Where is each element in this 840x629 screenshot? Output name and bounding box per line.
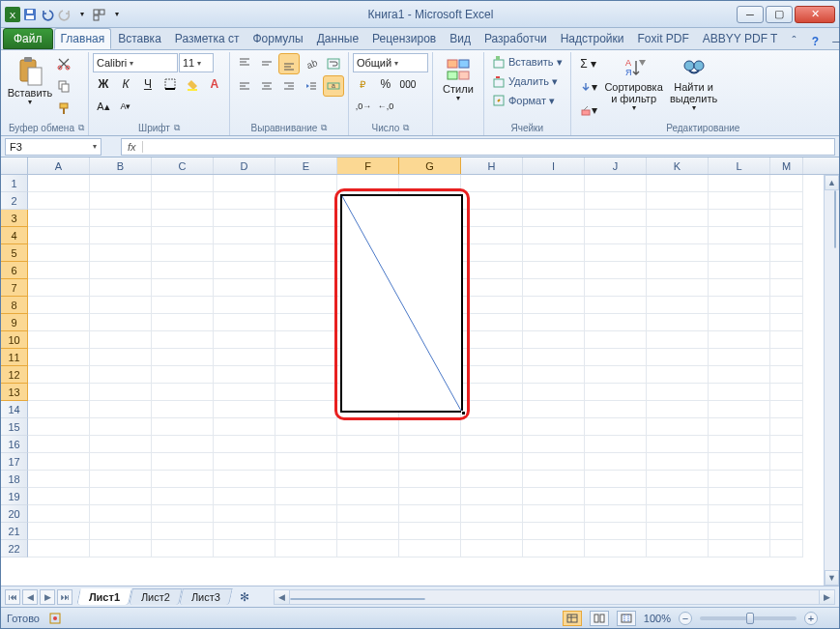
row-header[interactable]: 14: [1, 401, 28, 418]
row-header[interactable]: 11: [1, 349, 28, 366]
row-header[interactable]: 5: [1, 244, 28, 262]
cell[interactable]: [399, 279, 461, 297]
zoom-level[interactable]: 100%: [644, 613, 671, 624]
cell[interactable]: [709, 297, 770, 314]
cell[interactable]: [399, 227, 461, 244]
cell[interactable]: [709, 279, 770, 297]
sheet-tab[interactable]: Лист3: [179, 588, 233, 605]
cell[interactable]: [28, 540, 90, 558]
align-right-icon[interactable]: [278, 75, 300, 97]
formula-input[interactable]: fx: [121, 138, 835, 156]
align-middle-icon[interactable]: [256, 53, 277, 74]
fill-color-icon[interactable]: [182, 73, 203, 95]
cell[interactable]: [399, 505, 461, 523]
row-header[interactable]: 2: [1, 192, 28, 210]
cell[interactable]: [647, 436, 709, 453]
cell[interactable]: [585, 471, 647, 488]
row-header[interactable]: 7: [1, 279, 28, 297]
cell[interactable]: [152, 279, 214, 297]
cell[interactable]: [337, 314, 399, 331]
row-header[interactable]: 13: [1, 384, 28, 401]
fill-handle[interactable]: [461, 411, 466, 415]
cell[interactable]: [214, 384, 275, 401]
cell[interactable]: [214, 349, 275, 366]
clipboard-launcher-icon[interactable]: ⧉: [78, 123, 84, 133]
cell[interactable]: [90, 471, 152, 488]
cell[interactable]: [709, 523, 770, 540]
cell[interactable]: [28, 418, 90, 436]
cell[interactable]: [709, 488, 770, 505]
cell[interactable]: [28, 488, 90, 505]
cell[interactable]: [523, 227, 585, 244]
cell[interactable]: [275, 227, 337, 244]
cell[interactable]: [770, 418, 803, 436]
ribbon-tab-2[interactable]: Разметка ст: [168, 28, 246, 49]
cell[interactable]: [647, 453, 709, 471]
cell[interactable]: [770, 331, 803, 349]
cell[interactable]: [770, 279, 803, 297]
cell[interactable]: [337, 471, 399, 488]
cell[interactable]: [214, 279, 275, 297]
cell[interactable]: [28, 384, 90, 401]
cell[interactable]: [770, 384, 803, 401]
cell[interactable]: [152, 436, 214, 453]
decrease-decimal-icon[interactable]: ←,0: [375, 96, 396, 117]
cell[interactable]: [28, 210, 90, 227]
cell[interactable]: [90, 297, 152, 314]
cell[interactable]: [152, 331, 214, 349]
cell[interactable]: [523, 505, 585, 523]
cell[interactable]: [337, 540, 399, 558]
cell[interactable]: [337, 436, 399, 453]
cell[interactable]: [523, 314, 585, 331]
cell[interactable]: [770, 453, 803, 471]
cell[interactable]: [523, 210, 585, 227]
cell[interactable]: [461, 505, 523, 523]
cell[interactable]: [709, 244, 770, 262]
cell[interactable]: [461, 262, 523, 279]
autosum-icon[interactable]: Σ ▾: [575, 53, 602, 74]
cell[interactable]: [523, 540, 585, 558]
row-header[interactable]: 10: [1, 331, 28, 349]
cell[interactable]: [152, 314, 214, 331]
cell[interactable]: [275, 540, 337, 558]
cell[interactable]: [585, 279, 647, 297]
cell[interactable]: [90, 279, 152, 297]
column-header[interactable]: G: [399, 157, 461, 174]
page-layout-view-icon[interactable]: [590, 611, 609, 626]
ribbon-tab-3[interactable]: Формулы: [246, 28, 310, 49]
cell[interactable]: [770, 488, 803, 505]
cell[interactable]: [461, 366, 523, 384]
cell[interactable]: [28, 471, 90, 488]
cell[interactable]: [709, 540, 770, 558]
ribbon-tab-7[interactable]: Разработчи: [478, 28, 554, 49]
find-select-button[interactable]: Найти и выделить▾: [666, 53, 722, 116]
insert-cells-button[interactable]: Вставить ▾: [488, 53, 566, 71]
cell[interactable]: [214, 227, 275, 244]
cell[interactable]: [585, 488, 647, 505]
cell[interactable]: [28, 314, 90, 331]
cell[interactable]: [152, 453, 214, 471]
vertical-scrollbar[interactable]: ▲ ▼: [824, 175, 839, 586]
cell[interactable]: [275, 505, 337, 523]
cell[interactable]: [90, 349, 152, 366]
styles-button[interactable]: Стили▾: [437, 53, 479, 106]
cell[interactable]: [275, 210, 337, 227]
cell[interactable]: [709, 175, 770, 192]
qat-more-icon[interactable]: ▾: [74, 7, 90, 22]
cell[interactable]: [647, 471, 709, 488]
cell[interactable]: [337, 244, 399, 262]
cell[interactable]: [337, 418, 399, 436]
cell[interactable]: [90, 418, 152, 436]
cell[interactable]: [523, 471, 585, 488]
cell[interactable]: [152, 384, 214, 401]
cell[interactable]: [214, 401, 275, 418]
cell[interactable]: [275, 349, 337, 366]
cell[interactable]: [461, 279, 523, 297]
format-cells-button[interactable]: Формат ▾: [488, 92, 559, 109]
cell[interactable]: [90, 505, 152, 523]
column-header[interactable]: B: [90, 157, 152, 174]
cell[interactable]: [647, 331, 709, 349]
cell[interactable]: [28, 279, 90, 297]
wrap-text-icon[interactable]: [323, 53, 344, 74]
cell[interactable]: [152, 488, 214, 505]
